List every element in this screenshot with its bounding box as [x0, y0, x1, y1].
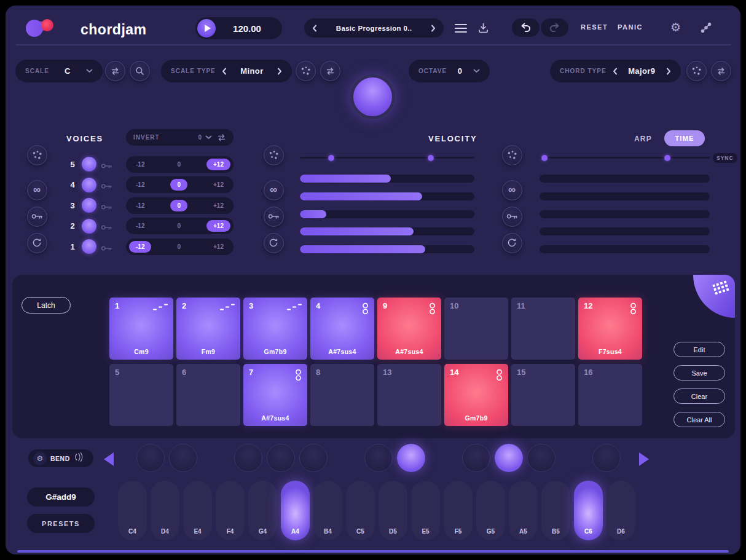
- reset-button[interactable]: RESET: [581, 23, 608, 31]
- transpose-option[interactable]: +12: [206, 179, 230, 191]
- voice-enable-dot[interactable]: [82, 178, 96, 192]
- velocity-range-slider[interactable]: [300, 157, 474, 159]
- white-key-E4[interactable]: E4: [183, 481, 212, 540]
- keyboard-scroll-left[interactable]: [104, 452, 114, 466]
- slider-handle[interactable]: [428, 155, 434, 161]
- pad-9[interactable]: 9A#7sus4: [377, 298, 441, 360]
- pad-16[interactable]: 16: [578, 364, 642, 426]
- time-refresh-icon[interactable]: [502, 233, 522, 253]
- dice-icon[interactable]: [296, 61, 316, 81]
- pad-2[interactable]: 2Fm9: [176, 298, 240, 360]
- white-key-C6[interactable]: C6: [574, 481, 603, 540]
- voice-transpose-select[interactable]: -120+12: [126, 176, 234, 193]
- chevron-right-icon[interactable]: [431, 25, 436, 32]
- panic-button[interactable]: PANIC: [618, 23, 643, 31]
- white-key-B4[interactable]: B4: [313, 481, 342, 540]
- black-key[interactable]: [169, 444, 197, 472]
- transpose-option[interactable]: +12: [206, 159, 230, 170]
- time-dice-icon[interactable]: [502, 145, 522, 165]
- transpose-option[interactable]: -12: [129, 159, 151, 170]
- black-key[interactable]: [397, 444, 425, 472]
- white-key-D6[interactable]: D6: [607, 481, 635, 540]
- velocity-key-icon[interactable]: [264, 207, 284, 227]
- white-key-C4[interactable]: C4: [118, 481, 147, 540]
- pad-4[interactable]: 4A#7sus4: [310, 298, 374, 360]
- scale-type-select[interactable]: SCALE TYPE Minor: [161, 60, 292, 82]
- arp-tab[interactable]: ARP: [634, 135, 652, 143]
- black-key[interactable]: [267, 444, 295, 472]
- transpose-option[interactable]: 0: [170, 159, 187, 170]
- transpose-option[interactable]: -12: [129, 241, 151, 253]
- transpose-option[interactable]: +12: [206, 241, 230, 253]
- scale-select[interactable]: SCALE C: [15, 60, 103, 82]
- white-key-E5[interactable]: E5: [411, 481, 440, 540]
- transpose-option[interactable]: 0: [170, 179, 187, 191]
- white-key-D5[interactable]: D5: [379, 481, 407, 540]
- transpose-option[interactable]: -12: [129, 200, 151, 211]
- dice-icon[interactable]: [686, 61, 707, 81]
- key-icon[interactable]: [101, 243, 112, 254]
- save-preset-button[interactable]: [477, 22, 489, 36]
- play-button[interactable]: [197, 19, 216, 37]
- chevron-right-icon[interactable]: [277, 68, 282, 75]
- clear-all-button[interactable]: Clear All: [673, 412, 725, 427]
- flip-icon[interactable]: [711, 61, 731, 81]
- white-key-C5[interactable]: C5: [346, 481, 375, 540]
- transpose-option[interactable]: +12: [206, 220, 230, 232]
- flip-icon[interactable]: [217, 133, 226, 142]
- pad-7[interactable]: 7A#7sus4: [243, 364, 307, 426]
- voice-enable-dot[interactable]: [82, 157, 96, 172]
- pad-5[interactable]: 5: [109, 364, 173, 426]
- main-knob[interactable]: [350, 74, 395, 119]
- search-icon[interactable]: [130, 61, 150, 81]
- chevron-left-icon[interactable]: [222, 68, 227, 75]
- white-key-F5[interactable]: F5: [444, 481, 473, 540]
- undo-button[interactable]: [512, 18, 540, 37]
- gear-icon[interactable]: ⚙: [33, 452, 47, 465]
- pad-8[interactable]: 8: [310, 364, 374, 426]
- key-icon[interactable]: [101, 161, 112, 172]
- velocity-infinity-icon[interactable]: ∞: [264, 180, 284, 200]
- pad-1[interactable]: 1Cm9: [109, 298, 173, 360]
- pad-bank-corner[interactable]: [693, 275, 735, 318]
- keyboard-scroll-right[interactable]: [639, 452, 649, 466]
- voice-transpose-select[interactable]: -120+12: [126, 197, 234, 214]
- key-icon[interactable]: [101, 202, 112, 213]
- pad-13[interactable]: 13: [377, 364, 441, 426]
- black-key[interactable]: [136, 444, 165, 472]
- velocity-bar-4[interactable]: [300, 227, 474, 235]
- black-key[interactable]: [462, 444, 490, 472]
- voice-enable-dot[interactable]: [82, 219, 96, 234]
- voice-enable-dot[interactable]: [82, 239, 96, 254]
- sync-toggle[interactable]: SYNC: [713, 153, 737, 163]
- preset-selector[interactable]: Basic Progression 0..: [304, 18, 444, 37]
- white-key-G5[interactable]: G5: [476, 481, 505, 540]
- velocity-bar-3[interactable]: [300, 210, 474, 218]
- invert-select[interactable]: INVERT 0: [126, 129, 234, 146]
- transpose-option[interactable]: +12: [206, 200, 230, 211]
- velocity-bar-5[interactable]: [300, 245, 474, 253]
- bpm-display[interactable]: 120.00: [216, 23, 282, 34]
- key-icon[interactable]: [101, 181, 112, 192]
- chevron-left-icon[interactable]: [613, 68, 618, 75]
- voice-transpose-select[interactable]: -120+12: [126, 218, 234, 234]
- slider-handle[interactable]: [664, 155, 670, 161]
- midi-routing-icon[interactable]: [701, 22, 712, 36]
- black-key[interactable]: [234, 444, 262, 472]
- latch-button[interactable]: Latch: [22, 297, 71, 314]
- time-bar-1[interactable]: [540, 175, 710, 183]
- voice-enable-dot[interactable]: [82, 198, 96, 213]
- transpose-option[interactable]: 0: [170, 200, 187, 211]
- time-bar-5[interactable]: [540, 245, 710, 253]
- chevron-left-icon[interactable]: [312, 25, 317, 32]
- transpose-option[interactable]: -12: [129, 179, 151, 191]
- white-key-B5[interactable]: B5: [541, 481, 570, 540]
- pad-10[interactable]: 10: [444, 298, 508, 360]
- pad-3[interactable]: 3Gm7b9: [243, 298, 307, 360]
- black-key[interactable]: [592, 444, 621, 472]
- octave-select[interactable]: OCTAVE 0: [409, 60, 490, 82]
- black-key[interactable]: [299, 444, 328, 472]
- time-bar-3[interactable]: [540, 210, 710, 218]
- clear-button[interactable]: Clear: [673, 388, 725, 404]
- white-key-D4[interactable]: D4: [151, 481, 179, 540]
